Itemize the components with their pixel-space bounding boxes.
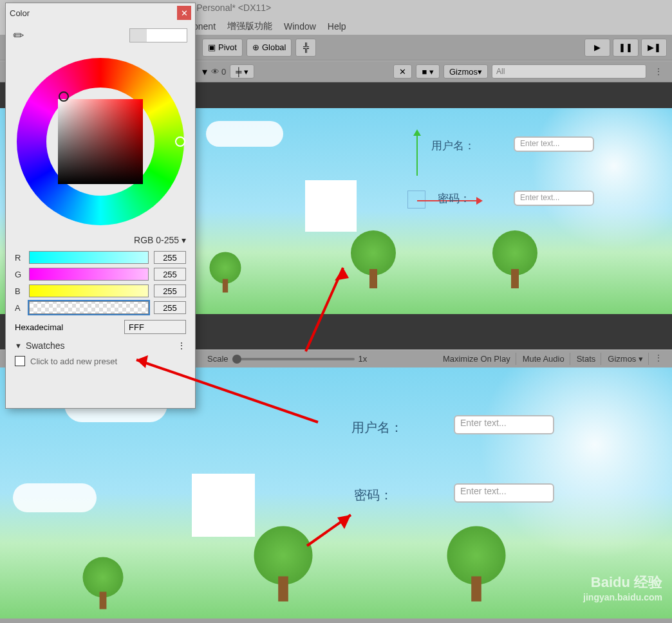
scale-slider[interactable] (232, 358, 355, 360)
cloud-decoration (206, 121, 283, 147)
r-value-input[interactable] (154, 251, 186, 264)
swatches-toggle[interactable]: ▼ Swatches ⋮ (6, 338, 195, 353)
global-button[interactable]: ⊕ Global (247, 39, 292, 57)
color-picker-title: Color (10, 8, 30, 18)
menu-help[interactable]: Help (328, 21, 346, 32)
menu-component[interactable]: onent (193, 21, 216, 32)
game-context-menu-icon[interactable]: ⋮ (650, 353, 667, 365)
preset-add-icon (15, 356, 25, 366)
password-label: 密码： (438, 191, 471, 206)
color-mode-dropdown[interactable]: RGB 0-255 ▾ (6, 235, 195, 249)
chevron-down-icon: ▼ (15, 342, 22, 349)
play-button[interactable]: ▶ (584, 39, 610, 57)
password-input-game: Enter text... (454, 483, 554, 503)
a-slider[interactable] (29, 301, 149, 314)
gizmo-rect[interactable] (407, 191, 425, 209)
pivot-button[interactable]: ▣ Pivot (202, 39, 243, 57)
tree-decoration (348, 230, 399, 288)
pause-button[interactable]: ❚❚ (613, 39, 639, 57)
visibility-count[interactable]: 👁 0 (211, 67, 226, 77)
game-gizmos-dropdown[interactable]: Gizmos ▾ (602, 353, 649, 365)
b-slider[interactable] (29, 284, 149, 297)
cloud-decoration (13, 483, 97, 512)
swatches-menu-icon[interactable]: ⋮ (177, 340, 186, 351)
color-picker-dialog: Color ✕ ✎ RGB 0-255 ▾ R G B A Hexadecima… (5, 3, 196, 409)
username-input[interactable]: Enter text... (514, 136, 594, 152)
menu-enhanced[interactable]: 增强版功能 (227, 21, 272, 32)
tree-decoration (207, 252, 243, 293)
sv-cursor[interactable] (59, 91, 69, 102)
scene-context-menu-icon[interactable]: ⋮ (650, 66, 667, 77)
add-preset-row[interactable]: Click to add new preset (6, 353, 195, 369)
username-label: 用户名： (431, 138, 475, 153)
r-slider[interactable] (29, 251, 149, 264)
maximize-on-play[interactable]: Maximize On Play (438, 353, 516, 365)
tree-decoration (250, 526, 317, 602)
hue-cursor[interactable] (175, 136, 185, 147)
eyedropper-icon[interactable]: ✎ (10, 26, 28, 45)
scene-search-input[interactable] (492, 64, 646, 79)
username-label-game: 用户名： (351, 419, 403, 436)
password-input[interactable]: Enter text... (514, 191, 594, 206)
tree-decoration (80, 557, 126, 609)
scale-value: 1x (359, 354, 368, 364)
camera-icon[interactable]: ■ ▾ (416, 64, 439, 79)
ui-image-element[interactable] (305, 180, 357, 232)
scale-label: Scale (207, 354, 229, 364)
snap-button[interactable]: ╬ (295, 39, 316, 57)
saturation-value-box[interactable] (58, 99, 143, 184)
b-value-input[interactable] (154, 284, 186, 297)
ui-image-element (192, 474, 255, 537)
step-button[interactable]: ▶❚ (641, 39, 667, 57)
tree-decoration (489, 230, 541, 288)
tools-icon[interactable]: ✕ (393, 64, 412, 79)
gizmo-y-axis[interactable] (416, 131, 418, 176)
g-value-input[interactable] (154, 268, 186, 281)
mute-audio[interactable]: Mute Audio (518, 353, 570, 365)
gizmos-dropdown[interactable]: Gizmos ▾ (443, 64, 488, 79)
menu-window[interactable]: Window (284, 21, 316, 32)
watermark: Baidu 经验jingyan.baidu.com (583, 573, 662, 602)
 : R (15, 253, 24, 263)
a-value-input[interactable] (154, 301, 186, 314)
dropdown-icon[interactable]: ▾ (202, 66, 207, 78)
current-color-swatch (129, 28, 187, 42)
g-slider[interactable] (29, 268, 149, 281)
hex-label: Hexadecimal (15, 322, 63, 332)
grid-toggle[interactable]: ╪ ▾ (230, 64, 254, 79)
username-input-game: Enter text... (454, 415, 554, 434)
close-button[interactable]: ✕ (177, 6, 191, 20)
password-label-game: 密码： (354, 487, 393, 504)
color-picker-header[interactable]: Color ✕ (6, 3, 195, 23)
hex-input[interactable] (124, 320, 186, 334)
tree-decoration (443, 526, 510, 602)
color-wheel[interactable] (17, 58, 184, 225)
stats-button[interactable]: Stats (572, 353, 602, 365)
